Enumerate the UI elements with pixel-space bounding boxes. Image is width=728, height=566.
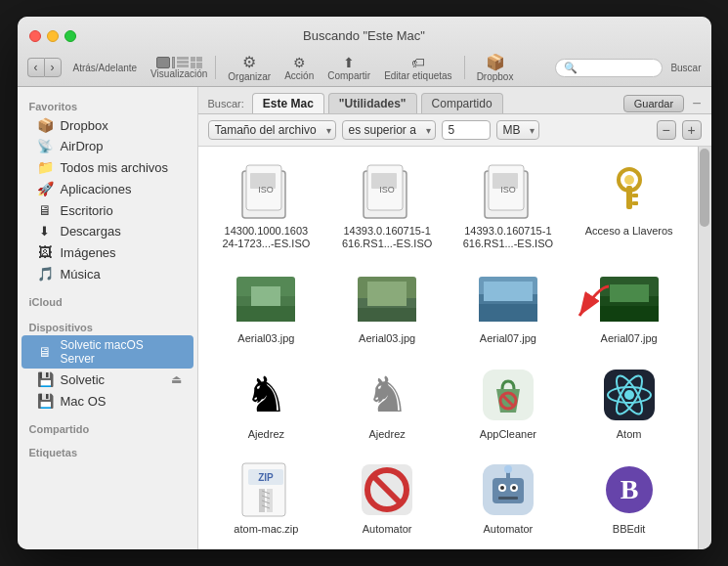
automator1-label: Automator [363,523,412,536]
svg-text:B: B [620,474,638,504]
operator-select-wrapper: es superior a [342,120,436,140]
svg-point-59 [512,486,516,490]
aerial07b-label: Aerial07.jpg [601,332,658,345]
filter-value-input[interactable] [442,120,491,140]
search-input[interactable] [581,62,660,73]
file-item-atom-zip[interactable]: ZIP atom-mac.zip [208,455,325,542]
svg-rect-8 [371,173,397,189]
maximize-button[interactable] [64,30,76,42]
sidebar-item-macos[interactable]: 💾 Mac OS [21,390,193,412]
remove-tab-button[interactable]: − [692,95,701,112]
action-button[interactable]: ⚙ Acción [280,53,318,83]
file-item-automator2[interactable]: Automator [450,455,567,542]
edit-tags-button[interactable]: 🏷 Editar etiquetas [380,53,456,83]
file-item-iso2[interactable]: ISO 14393.0.160715-1616.RS1...-ES.ISO [328,156,446,256]
tab-compartido[interactable]: Compartido [421,93,503,113]
file-item-keychain[interactable]: Acceso a Llaveros [571,156,688,256]
aerial07a-label: Aerial07.jpg [480,332,536,345]
airdrop-icon: 📡 [37,139,53,153]
file-item-ajedrez2[interactable]: ♞ Ajedrez [328,360,446,447]
sidebar-section-favoritos: Favoritos [18,95,197,114]
file-item-atom[interactable]: Atom [571,360,688,447]
share-button[interactable]: ⬆ Compartir [323,53,374,83]
svg-rect-55 [492,478,524,503]
svg-text:ZIP: ZIP [259,472,275,483]
filter-plus-button[interactable]: + [682,120,702,140]
main-content: Favoritos 📦 Dropbox 📡 AirDrop 📁 Todos mi… [18,87,711,549]
sidebar-item-dropbox[interactable]: 📦 Dropbox [21,114,193,136]
close-button[interactable] [29,30,41,42]
search-box[interactable]: 🔍 [555,59,663,77]
keychain-label: Acceso a Llaveros [585,225,673,238]
svg-rect-24 [367,282,407,306]
operator-select[interactable]: es superior a [342,120,436,140]
criteria-select[interactable]: Tamaño del archivo [208,120,336,140]
file-item-aerial07a[interactable]: Aerial07.jpg [450,264,567,351]
scrollbar-thumb[interactable] [700,149,709,227]
atom-zip-label: atom-mac.zip [234,523,298,536]
svg-rect-4 [250,173,276,189]
sidebar-item-solvetic-server[interactable]: 🖥 Solvetic macOS Server [21,335,193,369]
sidebar-item-escritorio[interactable]: 🖥 Escritorio [21,199,193,221]
toolbar: ‹ › Atrás/Adelante [18,51,711,86]
iso3-icon: ISO [479,162,537,221]
ajedrez1-icon: ♞ [236,366,295,424]
minimize-button[interactable] [47,30,59,42]
file-item-ajedrez1[interactable]: ♞ Ajedrez [208,360,325,447]
automator1-icon [358,460,416,519]
file-item-aerial03b[interactable]: Aerial03.jpg [328,264,446,351]
svg-rect-60 [498,497,518,500]
sidebar-item-aplicaciones[interactable]: 🚀 Aplicaciones [21,178,193,199]
file-item-bbedit[interactable]: B BBEdit [571,455,688,542]
sidebar-item-todos[interactable]: 📁 Todos mis archivos [21,156,193,178]
sidebar-item-imagenes[interactable]: 🖼 Imágenes [21,241,193,263]
sidebar-item-airdrop[interactable]: 📡 AirDrop [21,136,193,156]
tab-este-mac[interactable]: Este Mac [252,93,324,113]
tab-utilidades[interactable]: "Utilidades" [328,93,417,113]
svg-rect-15 [632,194,638,197]
dropbox-icon: 📦 [37,117,53,133]
files-grid: ISO 14300.1000.160324-1723...-ES.ISO [198,147,698,549]
file-item-appcleaner[interactable]: AppCleaner [450,360,567,447]
aerial07b-icon [600,270,659,328]
svg-rect-12 [492,173,518,189]
file-item-automator1[interactable]: Automator [328,455,446,542]
traffic-lights [29,30,76,42]
sidebar-item-descargas[interactable]: ⬇ Descargas [21,221,193,241]
nav-label: Atrás/Adelante [73,63,138,73]
unit-select[interactable]: MB [496,120,539,140]
sidebar-section-etiquetas: Etiquetas [18,441,197,460]
finder-window: Buscando "Este Mac" ‹ › Atrás/Adelante [18,17,711,549]
dropbox-button[interactable]: 📦 Dropbox [473,51,518,84]
ajedrez2-icon: ♞ [358,366,416,424]
file-item-iso1[interactable]: ISO 14300.1000.160324-1723...-ES.ISO [208,156,325,256]
bbedit-label: BBEdit [613,523,646,536]
sidebar-section-dispositivos: Dispositivos [18,316,197,335]
eject-icon[interactable]: ⏏ [171,372,182,386]
svg-rect-14 [626,186,632,209]
unit-select-wrapper: MB [496,120,539,140]
sidebar-item-musica[interactable]: 🎵 Música [21,263,193,284]
iso1-icon: ISO [236,162,295,221]
iso1-label: 14300.1000.160324-1723...-ES.ISO [222,225,310,250]
back-button[interactable]: ‹ [27,58,44,77]
title-bar: Buscando "Este Mac" ‹ › Atrás/Adelante [18,17,711,87]
forward-button[interactable]: › [44,58,62,77]
disk-icon-solvetic: 💾 [37,371,53,387]
sidebar-item-solvetic[interactable]: 💾 Solvetic ⏏ [21,369,193,390]
svg-point-62 [504,465,512,473]
save-button[interactable]: Guardar [623,95,684,112]
svg-rect-16 [632,201,638,205]
desktop-icon: 🖥 [37,202,53,218]
filter-minus-button[interactable]: − [657,120,676,140]
file-item-aerial03a[interactable]: Aerial03.jpg [208,264,325,351]
view-label: Visualización [150,68,207,79]
file-item-aerial07b[interactable]: Aerial07.jpg [571,264,688,351]
scrollbar[interactable] [698,147,711,549]
view-button[interactable]: Visualización [150,57,207,79]
atom-label: Atom [617,428,642,441]
atom-zip-icon: ZIP [236,460,295,519]
atom-icon [600,366,659,424]
organize-button[interactable]: ⚙ Organizar [224,51,275,84]
file-item-iso3[interactable]: ISO 14393.0.160715-1616.RS1...-ES.ISO [450,156,567,256]
